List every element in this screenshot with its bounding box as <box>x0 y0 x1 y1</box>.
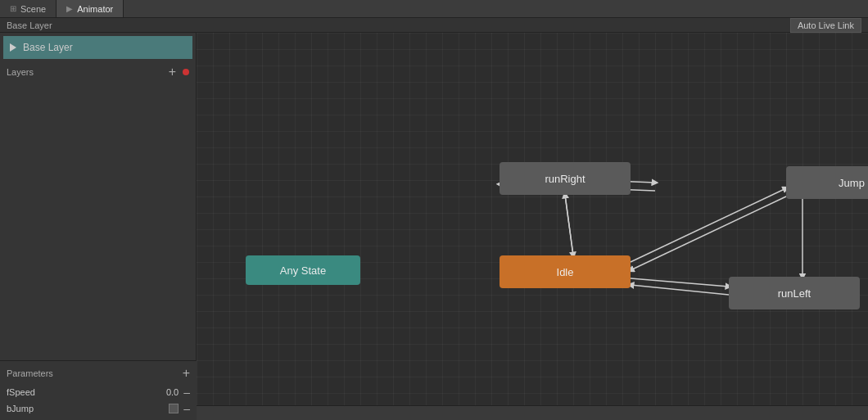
red-dot-indicator <box>183 69 189 75</box>
layers-header: Layers + <box>0 62 196 82</box>
run-right-node[interactable]: runRight <box>500 162 631 195</box>
breadcrumb: Base Layer <box>0 18 868 33</box>
animator-icon: ▶ <box>66 4 73 13</box>
scene-icon: ⊞ <box>10 4 16 13</box>
grid-background <box>197 33 868 420</box>
base-layer-item[interactable]: Base Layer <box>3 36 192 59</box>
layers-add-button[interactable]: + <box>169 65 176 79</box>
title-bar: ⊞ Scene ▶ Animator <box>0 0 868 18</box>
animator-canvas[interactable]: Any State runRight Jump Idle runLeft <box>197 33 868 420</box>
jump-node[interactable]: Jump <box>786 166 868 199</box>
parameters-header: Parameters + <box>0 364 197 384</box>
auto-live-link-button[interactable]: Auto Live Link <box>790 18 861 33</box>
any-state-node[interactable]: Any State <box>246 255 360 285</box>
run-left-node[interactable]: runLeft <box>729 277 860 309</box>
tab-animator[interactable]: ▶ Animator <box>57 0 124 17</box>
play-icon <box>10 43 16 52</box>
bjump-checkbox[interactable] <box>169 404 179 413</box>
param-row-bjump: bJump – <box>0 400 197 417</box>
parameters-add-button[interactable]: + <box>183 366 190 381</box>
param-row-fspeed: fSpeed 0.0 – <box>0 384 197 400</box>
param-fspeed-remove[interactable]: – <box>183 386 190 399</box>
idle-node[interactable]: Idle <box>500 255 631 288</box>
parameters-panel: Parameters + fSpeed 0.0 – bJump – <box>0 360 197 420</box>
tab-scene[interactable]: ⊞ Scene <box>0 0 57 17</box>
param-bjump-remove[interactable]: – <box>183 402 190 415</box>
status-bar <box>197 405 868 420</box>
left-panel: Base Layer Layers + Parameters + fSpeed … <box>0 33 197 420</box>
